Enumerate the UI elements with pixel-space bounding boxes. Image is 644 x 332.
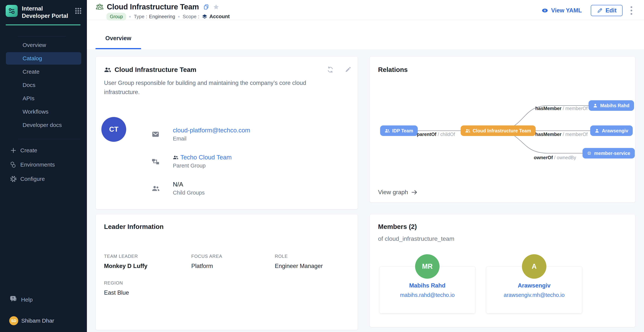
members-card-subtitle: of cloud_infrastructure_team bbox=[378, 235, 627, 242]
user-name: Shibam Dhar bbox=[21, 318, 54, 324]
hexagons-icon bbox=[10, 161, 17, 168]
relations-card: Relations bbox=[370, 56, 635, 203]
sidebar-item-create[interactable]: Create bbox=[6, 66, 81, 78]
field-label: REGION bbox=[104, 280, 191, 286]
arrow-right-icon bbox=[411, 189, 418, 195]
member-tile-mabihs-rahd[interactable]: MR Mabihs Rahd mabihs.rahd@techo.io bbox=[379, 266, 476, 314]
field-child-groups: N/A Child Groups bbox=[152, 181, 250, 196]
people-icon bbox=[385, 128, 390, 133]
field-value: East Blue bbox=[104, 289, 191, 296]
leader-card-title: Leader Information bbox=[104, 223, 350, 230]
apps-grid-icon[interactable] bbox=[74, 7, 82, 15]
tab-overview[interactable]: Overview bbox=[96, 35, 141, 49]
people-icon bbox=[173, 155, 178, 160]
app-logo-icon bbox=[6, 5, 18, 17]
gear-icon bbox=[10, 175, 17, 182]
svg-text:?: ? bbox=[12, 297, 14, 300]
edge-label-hasmember-top: hasMember / memberOf bbox=[535, 106, 588, 111]
edit-label: Edit bbox=[606, 7, 616, 14]
chip-icon bbox=[587, 151, 592, 156]
edit-button[interactable]: Edit bbox=[591, 5, 622, 16]
field-label: FOCUS AREA bbox=[191, 254, 275, 259]
relations-graph: IDP Team Cloud Infrastructure Team bbox=[370, 56, 635, 202]
content-area: Cloud Infrastructure Team bbox=[87, 49, 644, 332]
view-graph-label: View graph bbox=[378, 189, 408, 196]
eye-icon bbox=[541, 7, 548, 14]
star-icon[interactable] bbox=[213, 4, 219, 10]
user-menu[interactable]: SD Shibam Dhar bbox=[0, 315, 87, 327]
member-email-link[interactable]: arawsengiv.mh@techo.io bbox=[486, 292, 582, 298]
team-card-title: Cloud Infrastructure Team bbox=[114, 66, 326, 73]
people-icon bbox=[152, 184, 160, 192]
member-tile-arawsengiv[interactable]: A Arawsengiv arawsengiv.mh@techo.io bbox=[486, 266, 582, 314]
sidebar-nav: Overview Catalog Create Docs APIs Workfl… bbox=[0, 38, 87, 132]
refresh-icon[interactable] bbox=[326, 66, 334, 73]
sidebar-action-label: Configure bbox=[20, 176, 45, 182]
sidebar-action-environments[interactable]: Environments bbox=[0, 158, 87, 172]
plus-icon bbox=[10, 147, 17, 154]
field-label: Parent Group bbox=[173, 163, 232, 169]
graph-node-mabihs-rahd[interactable]: Mabihs Rahd bbox=[588, 100, 634, 111]
people-icon bbox=[104, 66, 111, 73]
graph-node-cloud-infrastructure-team[interactable]: Cloud Infrastructure Team bbox=[460, 126, 536, 136]
edit-pencil-icon[interactable] bbox=[344, 66, 351, 73]
entity-type-badge: Group bbox=[106, 13, 126, 20]
members-card-title: Members (2) bbox=[378, 223, 627, 230]
page-title: Cloud Infrastructure Team bbox=[107, 3, 199, 11]
graph-node-member-service[interactable]: member-service bbox=[582, 148, 635, 159]
team-description: User Group responsible for building and … bbox=[104, 78, 323, 97]
field-value: Platform bbox=[191, 263, 275, 269]
email-link[interactable]: cloud-platform@techco.com bbox=[173, 127, 250, 134]
group-icon bbox=[96, 3, 104, 11]
sidebar-action-label: Create bbox=[20, 147, 37, 154]
sidebar: Internal Developer Portal Overview Catal… bbox=[0, 0, 87, 332]
member-email-link[interactable]: mabihs.rahd@techo.io bbox=[379, 292, 475, 298]
field-region: REGION East Blue bbox=[104, 280, 191, 296]
copy-icon[interactable] bbox=[203, 4, 209, 10]
user-avatar: SD bbox=[9, 316, 18, 325]
sidebar-item-catalog[interactable]: Catalog bbox=[6, 52, 81, 65]
person-icon bbox=[595, 129, 599, 133]
team-summary-card: Cloud Infrastructure Team bbox=[96, 56, 358, 209]
team-avatar: CT bbox=[102, 117, 126, 142]
app-window: Internal Developer Portal Overview Catal… bbox=[0, 0, 644, 332]
field-label: Email bbox=[173, 136, 250, 142]
field-value: Monkey D Luffy bbox=[104, 263, 191, 269]
field-role: ROLE Engineer Manager bbox=[275, 254, 350, 269]
graph-node-arawsengiv[interactable]: Arawsengiv bbox=[590, 126, 633, 136]
type-value: Engineering bbox=[149, 14, 175, 19]
tab-bar: Overview bbox=[87, 20, 644, 49]
kebab-menu-icon[interactable] bbox=[630, 6, 633, 15]
sidebar-item-workflows[interactable]: Workflows bbox=[6, 106, 81, 118]
scope-value: Account bbox=[209, 14, 230, 19]
field-team-leader: TEAM LEADER Monkey D Luffy bbox=[104, 254, 191, 269]
layers-icon bbox=[202, 14, 208, 19]
member-name-link[interactable]: Mabihs Rahd bbox=[379, 282, 475, 289]
help-label: Help bbox=[21, 297, 33, 303]
help-button[interactable]: ? Help bbox=[0, 294, 87, 306]
dot-separator bbox=[129, 16, 131, 17]
sidebar-action-create[interactable]: Create bbox=[0, 143, 87, 158]
graph-node-idp-team[interactable]: IDP Team bbox=[380, 126, 418, 136]
sidebar-item-overview[interactable]: Overview bbox=[6, 39, 81, 51]
view-graph-link[interactable]: View graph bbox=[378, 189, 418, 196]
member-avatar: A bbox=[522, 254, 546, 279]
person-icon bbox=[593, 103, 598, 108]
parent-group-link[interactable]: Techo Cloud Team bbox=[173, 154, 232, 161]
envelope-icon bbox=[152, 130, 160, 138]
sidebar-item-developer-docs[interactable]: Developer docs bbox=[6, 119, 81, 131]
field-email: cloud-platform@techco.com Email bbox=[152, 127, 250, 142]
view-yaml-button[interactable]: View YAML bbox=[541, 7, 582, 14]
sidebar-action-configure[interactable]: Configure bbox=[0, 172, 87, 186]
field-parent-group: Techo Cloud Team Parent Group bbox=[152, 154, 250, 169]
dot-separator bbox=[178, 16, 180, 17]
type-label: Type : bbox=[134, 14, 147, 19]
edge-label-parentof: parentOf / childOf bbox=[417, 132, 455, 137]
brand-header: Internal Developer Portal bbox=[0, 0, 87, 19]
member-name-link[interactable]: Arawsengiv bbox=[486, 282, 582, 289]
member-avatar: MR bbox=[415, 254, 440, 279]
sidebar-item-apis[interactable]: APIs bbox=[6, 92, 81, 105]
edge-label-hasmember-right: hasMember / memberOf bbox=[535, 132, 588, 137]
pencil-icon bbox=[597, 7, 603, 13]
sidebar-item-docs[interactable]: Docs bbox=[6, 79, 81, 91]
